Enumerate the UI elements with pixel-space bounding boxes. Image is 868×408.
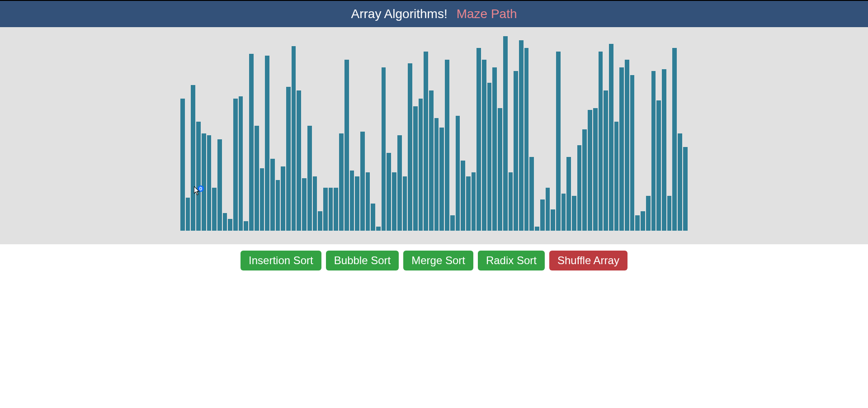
bar[interactable] bbox=[318, 211, 322, 231]
bar[interactable] bbox=[265, 56, 269, 231]
bar[interactable] bbox=[392, 172, 396, 231]
bar[interactable] bbox=[487, 83, 492, 231]
bar[interactable] bbox=[566, 157, 571, 231]
bar[interactable] bbox=[641, 211, 645, 231]
radix-sort-button[interactable]: Radix Sort bbox=[478, 251, 545, 270]
bubble-sort-button[interactable]: Bubble Sort bbox=[326, 251, 399, 270]
bar[interactable] bbox=[672, 48, 677, 231]
bar[interactable] bbox=[408, 63, 412, 231]
bar[interactable] bbox=[588, 110, 592, 231]
merge-sort-button[interactable]: Merge Sort bbox=[403, 251, 473, 270]
bar[interactable] bbox=[572, 196, 576, 231]
bar[interactable] bbox=[614, 122, 619, 231]
bar[interactable] bbox=[276, 180, 280, 231]
bar[interactable] bbox=[625, 60, 629, 231]
bar[interactable] bbox=[212, 188, 217, 231]
bar[interactable] bbox=[556, 52, 561, 231]
bar[interactable] bbox=[286, 87, 291, 231]
bar[interactable] bbox=[196, 122, 201, 231]
bar[interactable] bbox=[239, 96, 243, 231]
bar[interactable] bbox=[630, 75, 635, 231]
bar[interactable] bbox=[355, 176, 359, 231]
bar[interactable] bbox=[228, 219, 232, 231]
bar[interactable] bbox=[599, 52, 603, 231]
bar[interactable] bbox=[498, 108, 502, 231]
insertion-sort-button[interactable]: Insertion Sort bbox=[241, 251, 321, 270]
bar[interactable] bbox=[344, 60, 349, 231]
bar[interactable] bbox=[546, 188, 550, 231]
bar[interactable] bbox=[456, 116, 460, 231]
bar[interactable] bbox=[223, 213, 227, 231]
bar[interactable] bbox=[202, 133, 206, 231]
bar[interactable] bbox=[472, 172, 476, 231]
bar[interactable] bbox=[413, 106, 418, 231]
bar[interactable] bbox=[255, 126, 259, 231]
bar[interactable] bbox=[387, 153, 391, 231]
bar[interactable] bbox=[609, 44, 613, 231]
bar[interactable] bbox=[619, 67, 624, 231]
bar[interactable] bbox=[397, 135, 402, 231]
shuffle-array-button[interactable]: Shuffle Array bbox=[549, 251, 627, 270]
bar[interactable] bbox=[371, 204, 375, 231]
bar[interactable] bbox=[302, 178, 307, 231]
bar[interactable] bbox=[249, 54, 254, 231]
bar[interactable] bbox=[593, 108, 598, 231]
bar[interactable] bbox=[466, 176, 471, 231]
bar[interactable] bbox=[217, 139, 222, 231]
bar[interactable] bbox=[260, 168, 264, 231]
bar[interactable] bbox=[434, 118, 439, 231]
bar[interactable] bbox=[403, 176, 407, 231]
bar[interactable] bbox=[292, 46, 296, 231]
bar[interactable] bbox=[270, 159, 275, 231]
bar[interactable] bbox=[429, 90, 434, 231]
bar[interactable] bbox=[509, 172, 513, 231]
bar[interactable] bbox=[529, 157, 534, 231]
nav-link-maze-path[interactable]: Maze Path bbox=[457, 7, 517, 21]
nav-link-array-algorithms[interactable]: Array Algorithms! bbox=[351, 7, 447, 21]
bar[interactable] bbox=[180, 99, 185, 231]
bar[interactable] bbox=[307, 126, 312, 231]
bar[interactable] bbox=[667, 196, 672, 231]
bar[interactable] bbox=[360, 132, 365, 231]
bar[interactable] bbox=[561, 194, 566, 231]
bar[interactable] bbox=[323, 188, 328, 231]
bar[interactable] bbox=[233, 99, 238, 231]
bar[interactable] bbox=[646, 196, 651, 231]
bar[interactable] bbox=[540, 199, 545, 231]
bar[interactable] bbox=[450, 215, 455, 231]
bar[interactable] bbox=[297, 90, 301, 231]
bar[interactable] bbox=[535, 227, 539, 231]
bar[interactable] bbox=[492, 67, 497, 231]
bar[interactable] bbox=[186, 198, 190, 231]
bar[interactable] bbox=[350, 171, 354, 231]
bar[interactable] bbox=[376, 227, 381, 231]
bar[interactable] bbox=[334, 188, 338, 231]
bar[interactable] bbox=[524, 48, 529, 231]
bar[interactable] bbox=[244, 221, 248, 231]
bar[interactable] bbox=[662, 69, 666, 231]
bar[interactable] bbox=[482, 60, 486, 231]
bar[interactable] bbox=[514, 71, 518, 231]
bar[interactable] bbox=[656, 100, 661, 231]
bar[interactable] bbox=[419, 99, 423, 231]
bar[interactable] bbox=[582, 129, 587, 231]
bar[interactable] bbox=[424, 52, 428, 231]
bar[interactable] bbox=[476, 48, 481, 231]
bar[interactable] bbox=[207, 135, 212, 231]
bar[interactable] bbox=[445, 60, 449, 231]
bar[interactable] bbox=[461, 161, 465, 231]
bar[interactable] bbox=[651, 71, 656, 231]
bar[interactable] bbox=[366, 172, 370, 231]
bar[interactable] bbox=[339, 133, 344, 231]
bar[interactable] bbox=[635, 215, 640, 231]
bar[interactable] bbox=[281, 166, 285, 231]
bar[interactable] bbox=[577, 145, 582, 231]
bar[interactable] bbox=[191, 85, 195, 231]
bar[interactable] bbox=[519, 40, 524, 231]
bar[interactable] bbox=[604, 90, 608, 231]
bar[interactable] bbox=[503, 36, 508, 231]
bar[interactable] bbox=[439, 128, 444, 231]
bar[interactable] bbox=[551, 209, 555, 231]
bar[interactable] bbox=[382, 67, 386, 231]
bar[interactable] bbox=[329, 188, 333, 231]
